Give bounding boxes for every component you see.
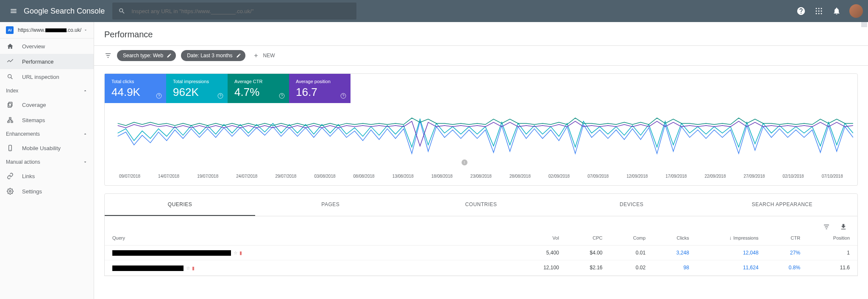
table-row[interactable]: ☆▮5,400$4.000.013,24812,04827%1 xyxy=(105,246,857,260)
metric-card-impressions[interactable]: Total impressions 962K xyxy=(166,74,228,103)
cell-vol: 12,100 xyxy=(519,260,567,275)
notifications-icon[interactable] xyxy=(832,6,842,16)
metric-value: 962K xyxy=(173,86,221,99)
x-tick: 02/10/2018 xyxy=(783,174,804,179)
sidebar-section-index[interactable]: Index xyxy=(0,84,94,97)
sidebar-item-links[interactable]: Links xyxy=(0,168,94,184)
home-icon xyxy=(6,42,14,50)
search-icon xyxy=(118,7,125,15)
sidebar-item-label: Overview xyxy=(22,43,45,50)
svg-point-0 xyxy=(816,8,817,9)
col-clicks[interactable]: Clicks xyxy=(653,231,697,246)
metric-card-position[interactable]: Average position 16.7 xyxy=(289,74,351,103)
x-tick: 02/09/2018 xyxy=(548,174,570,179)
metric-label: Total clicks xyxy=(111,79,159,84)
chevron-up-icon xyxy=(83,88,88,93)
sidebar-item-label: Settings xyxy=(22,188,42,195)
filter-chip-date[interactable]: Date: Last 3 months xyxy=(181,50,245,61)
star-icon[interactable]: ☆ xyxy=(186,265,190,271)
hamburger-menu-icon[interactable] xyxy=(5,3,22,20)
cell-ctr[interactable]: 27% xyxy=(766,246,808,260)
add-filter-button[interactable]: NEW xyxy=(253,53,275,59)
tab-countries[interactable]: COUNTRIES xyxy=(406,194,556,216)
sidebar-item-performance[interactable]: Performance xyxy=(0,54,94,69)
metric-card-ctr[interactable]: Average CTR 4.7% xyxy=(228,74,289,103)
sidebar-section-manual-actions[interactable]: Manual actions xyxy=(0,156,94,168)
x-tick: 07/10/2018 xyxy=(822,174,843,179)
svg-point-2 xyxy=(821,8,822,9)
topbar: Google Search Console xyxy=(0,0,868,22)
filter-icon[interactable] xyxy=(104,52,112,59)
col-comp[interactable]: Comp xyxy=(610,231,654,246)
performance-chart[interactable] xyxy=(105,103,857,169)
url-inspect-input[interactable] xyxy=(131,8,351,14)
x-tick: 22/09/2018 xyxy=(704,174,726,179)
sidebar-item-mobile-usability[interactable]: Mobile Usability xyxy=(0,140,94,156)
svg-point-4 xyxy=(818,11,820,12)
metric-card-clicks[interactable]: Total clicks 44.9K xyxy=(105,74,166,103)
svg-point-9 xyxy=(8,75,11,78)
x-tick: 13/08/2018 xyxy=(392,174,414,179)
svg-point-3 xyxy=(816,11,817,12)
url-inspect-search[interactable] xyxy=(112,3,356,20)
table-filter-icon[interactable] xyxy=(823,223,830,231)
apps-icon[interactable] xyxy=(814,6,824,16)
magnifier-icon xyxy=(6,73,14,81)
sidebar-item-label: Links xyxy=(22,173,35,179)
x-tick: 12/09/2018 xyxy=(626,174,648,179)
sidebar-item-url-inspection[interactable]: URL inspection xyxy=(0,69,94,84)
table-row[interactable]: ☆▮12,100$2.160.029811,6240.8%11.6 xyxy=(105,260,857,275)
filter-chip-search-type[interactable]: Search type: Web xyxy=(117,50,176,61)
x-tick: 19/07/2018 xyxy=(197,174,218,179)
svg-rect-15 xyxy=(11,121,13,123)
help-icon[interactable] xyxy=(279,93,285,99)
product-logo: Google Search Console xyxy=(24,7,105,16)
cell-clicks[interactable]: 3,248 xyxy=(653,246,697,260)
star-icon[interactable]: ☆ xyxy=(234,250,238,256)
cell-impressions[interactable]: 11,624 xyxy=(697,260,766,275)
svg-line-10 xyxy=(11,78,13,79)
tab-devices[interactable]: DEVICES xyxy=(556,194,707,216)
tab-queries[interactable]: QUERIES xyxy=(105,194,255,216)
cell-impressions[interactable]: 12,048 xyxy=(697,246,766,260)
sidebar-item-label: URL inspection xyxy=(22,74,59,80)
cell-clicks[interactable]: 98 xyxy=(653,260,697,275)
x-tick: 23/08/2018 xyxy=(470,174,492,179)
col-vol[interactable]: Vol xyxy=(519,231,567,246)
property-selector[interactable]: AI https://www..co.uk/ xyxy=(0,22,94,39)
cell-ctr[interactable]: 0.8% xyxy=(766,260,808,275)
x-tick: 14/07/2018 xyxy=(158,174,179,179)
x-tick: 17/09/2018 xyxy=(665,174,687,179)
sidebar-item-sitemaps[interactable]: Sitemaps xyxy=(0,112,94,128)
copy-icon xyxy=(6,101,14,109)
property-favicon: AI xyxy=(6,26,14,34)
delete-icon[interactable]: ▮ xyxy=(239,250,242,256)
sidebar-section-label: Manual actions xyxy=(6,159,40,165)
chart-series-total-clicks xyxy=(118,121,853,154)
pencil-icon xyxy=(236,53,241,58)
tab-search-appearance[interactable]: SEARCH APPEARANCE xyxy=(707,194,857,216)
col-query[interactable]: Query xyxy=(105,231,519,246)
download-icon[interactable] xyxy=(840,223,847,231)
scrollbar-up-indicator[interactable] xyxy=(861,22,867,27)
col-position[interactable]: Position xyxy=(808,231,857,246)
help-icon[interactable] xyxy=(340,93,346,99)
col-impressions[interactable]: ↓Impressions xyxy=(697,231,766,246)
help-icon[interactable] xyxy=(796,6,806,16)
chevron-up-icon xyxy=(83,131,88,137)
tab-pages[interactable]: PAGES xyxy=(255,194,406,216)
help-icon[interactable] xyxy=(217,93,223,99)
sidebar-item-overview[interactable]: Overview xyxy=(0,39,94,54)
chart-annotation-badge[interactable]: ! xyxy=(462,159,467,165)
sidebar-item-coverage[interactable]: Coverage xyxy=(0,97,94,112)
col-ctr[interactable]: CTR xyxy=(766,231,808,246)
delete-icon[interactable]: ▮ xyxy=(192,265,195,271)
pencil-icon xyxy=(167,53,172,58)
sidebar-section-enhancements[interactable]: Enhancements xyxy=(0,128,94,140)
user-avatar[interactable] xyxy=(849,4,863,18)
svg-point-6 xyxy=(816,13,817,14)
sitemap-icon xyxy=(6,116,14,124)
sidebar-item-settings[interactable]: Settings xyxy=(0,184,94,199)
help-icon[interactable] xyxy=(156,93,162,99)
col-cpc[interactable]: CPC xyxy=(567,231,610,246)
